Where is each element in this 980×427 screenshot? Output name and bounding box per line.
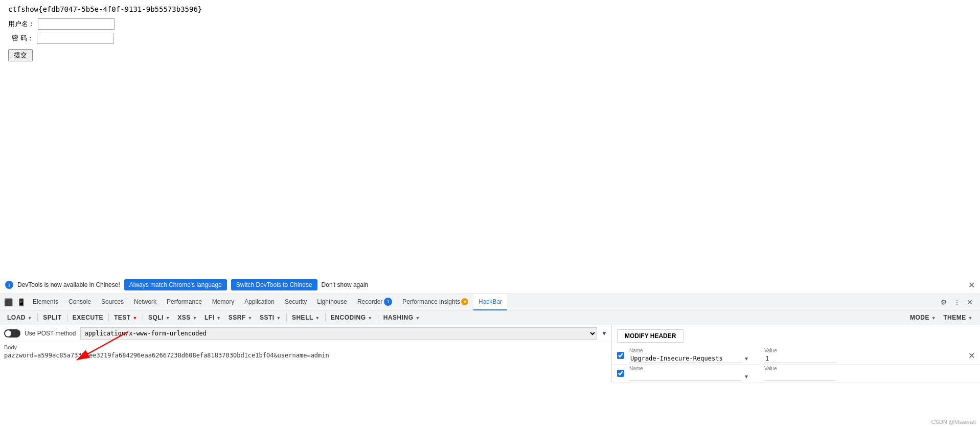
mode-arrow-icon: ▼ xyxy=(931,316,936,321)
header-1-close-button[interactable]: ✕ xyxy=(968,351,975,361)
tab-application[interactable]: Application xyxy=(239,294,280,310)
theme-arrow-icon: ▼ xyxy=(968,316,973,321)
performance-insights-badge: ★ xyxy=(461,298,468,305)
hackbar-url-row: Use POST method application/x-www-form-u… xyxy=(0,325,611,342)
tab-network[interactable]: Network xyxy=(129,294,162,310)
tab-security[interactable]: Security xyxy=(280,294,312,310)
load-arrow-icon: ▼ xyxy=(28,316,32,321)
devtools-more-icon[interactable]: ⋮ xyxy=(951,297,963,307)
switch-to-chinese-button[interactable]: Switch DevTools to Chinese xyxy=(231,279,317,290)
devtools-settings-icon[interactable]: ⚙ xyxy=(939,297,949,307)
hackbar-load-button[interactable]: LOAD ▼ xyxy=(4,312,35,323)
header-2-name-input[interactable] xyxy=(629,372,742,381)
main-content: ctfshow{efdb7047-5b5e-4f0f-9131-9b55573b… xyxy=(0,0,980,258)
hackbar-body: Use POST method application/x-www-form-u… xyxy=(0,325,980,383)
devtools-right-icons: ⚙ ⋮ ✕ xyxy=(939,297,978,307)
sqli-arrow-icon: ▼ xyxy=(166,316,170,321)
username-row: 用户名： xyxy=(8,18,972,30)
hackbar-split-button[interactable]: SPLIT xyxy=(40,312,65,323)
sep7 xyxy=(378,313,378,322)
tab-elements[interactable]: Elements xyxy=(28,294,63,310)
header-2-name-dropdown-icon[interactable]: ▼ xyxy=(744,374,749,379)
tab-lighthouse[interactable]: Lighthouse xyxy=(312,294,352,310)
hackbar-encoding-button[interactable]: ENCODING ▼ xyxy=(328,312,376,323)
header-2-value-col: Value xyxy=(764,366,836,381)
infobar-close-button[interactable]: ✕ xyxy=(968,280,975,290)
url-dropdown-arrow-icon: ▼ xyxy=(601,330,607,337)
hackbar-mode-button[interactable]: MODE ▼ xyxy=(907,312,939,323)
tab-sources[interactable]: Sources xyxy=(96,294,129,310)
devtools-tabs-bar: ⬛ 📱 Elements Console Sources Network Per… xyxy=(0,294,980,310)
toggle-knob xyxy=(5,330,11,336)
body-content: pazzword=a599ac85a73384ee3219fa684296eaa… xyxy=(4,351,607,360)
devtools-close-icon[interactable]: ✕ xyxy=(965,297,975,307)
sep1 xyxy=(37,313,38,322)
device-mode-icon[interactable]: 📱 xyxy=(15,297,28,307)
ctf-flag: ctfshow{efdb7047-5b5e-4f0f-9131-9b55573b… xyxy=(8,5,972,13)
devtools-panel: i DevTools is now available in Chinese! … xyxy=(0,276,980,427)
header-2-value-input[interactable] xyxy=(764,372,836,381)
password-row: 密 码： xyxy=(8,33,972,44)
tab-hackbar[interactable]: HackBar xyxy=(473,294,507,310)
header-2-checkbox[interactable] xyxy=(617,370,624,377)
header-1-value-label: Value xyxy=(764,348,836,353)
hackbar-xss-button[interactable]: XSS ▼ xyxy=(174,312,200,323)
use-post-label: Use POST method xyxy=(25,330,76,337)
xss-arrow-icon: ▼ xyxy=(193,316,197,321)
tab-recorder[interactable]: Recorder 1 xyxy=(352,294,397,310)
header-entry-2: Name ▼ Value xyxy=(612,365,980,383)
header-1-name-input[interactable] xyxy=(629,354,742,363)
use-post-toggle[interactable] xyxy=(4,329,20,338)
infobar-text: DevTools is now available in Chinese! xyxy=(17,281,120,288)
hackbar-toolbar: LOAD ▼ SPLIT EXECUTE TEST ▼ SQLI ▼ XSS ▼ xyxy=(0,310,980,325)
devtools-infobar: i DevTools is now available in Chinese! … xyxy=(0,276,980,294)
sep4 xyxy=(143,313,143,322)
header-1-name-col: Name ▼ xyxy=(629,348,749,363)
tab-performance-insights[interactable]: Performance insights ★ xyxy=(397,294,473,310)
test-arrow-icon: ▼ xyxy=(132,316,137,321)
encoding-arrow-icon: ▼ xyxy=(368,316,372,321)
hackbar-shell-button[interactable]: SHELL ▼ xyxy=(289,312,323,323)
header-2-value-label: Value xyxy=(764,366,836,371)
tab-memory[interactable]: Memory xyxy=(207,294,239,310)
password-input[interactable] xyxy=(37,33,113,44)
body-label: Body xyxy=(4,344,607,350)
username-input[interactable] xyxy=(38,18,115,30)
ssti-arrow-icon: ▼ xyxy=(277,316,281,321)
modify-header-button[interactable]: MODIFY HEADER xyxy=(617,329,683,343)
header-entry-1: Name ▼ Value ✕ xyxy=(612,347,980,365)
hashing-arrow-icon: ▼ xyxy=(415,316,420,321)
ssrf-arrow-icon: ▼ xyxy=(248,316,253,321)
hackbar-left: Use POST method application/x-www-form-u… xyxy=(0,325,612,383)
header-1-checkbox[interactable] xyxy=(617,352,624,359)
hackbar-sqli-button[interactable]: SQLI ▼ xyxy=(145,312,173,323)
tab-console[interactable]: Console xyxy=(63,294,96,310)
username-label: 用户名： xyxy=(8,19,35,29)
sep5 xyxy=(286,313,287,322)
hackbar-lfi-button[interactable]: LFI ▼ xyxy=(201,312,224,323)
shell-arrow-icon: ▼ xyxy=(315,316,320,321)
header-2-name-label: Name xyxy=(629,366,749,371)
inspect-element-icon[interactable]: ⬛ xyxy=(2,297,15,307)
hackbar-ssrf-button[interactable]: SSRF ▼ xyxy=(225,312,256,323)
header-1-value-input[interactable] xyxy=(764,354,836,363)
always-match-language-button[interactable]: Always match Chrome's language xyxy=(124,279,227,290)
hackbar-execute-button[interactable]: EXECUTE xyxy=(70,312,106,323)
tab-performance[interactable]: Performance xyxy=(162,294,207,310)
hackbar-content-area: Body pazzword=a599ac85a73384ee3219fa6842… xyxy=(0,342,611,383)
hackbar-theme-button[interactable]: THEME ▼ xyxy=(940,312,976,323)
sep3 xyxy=(108,313,109,322)
content-type-select[interactable]: application/x-www-form-urlencoded xyxy=(80,327,598,340)
password-label: 密 码： xyxy=(8,34,34,43)
dont-show-again-button[interactable]: Don't show again xyxy=(322,281,369,288)
submit-button[interactable]: 提交 xyxy=(8,49,33,61)
header-1-name-dropdown-icon[interactable]: ▼ xyxy=(744,356,749,362)
info-icon: i xyxy=(5,281,13,289)
hackbar-ssti-button[interactable]: SSTI ▼ xyxy=(257,312,284,323)
header-1-name-label: Name xyxy=(629,348,749,353)
header-1-value-col: Value xyxy=(764,348,836,363)
hackbar-hashing-button[interactable]: HASHING ▼ xyxy=(380,312,423,323)
sep6 xyxy=(325,313,326,322)
hackbar-test-button[interactable]: TEST ▼ xyxy=(111,312,141,323)
hackbar-area: LOAD ▼ SPLIT EXECUTE TEST ▼ SQLI ▼ XSS ▼ xyxy=(0,310,980,383)
